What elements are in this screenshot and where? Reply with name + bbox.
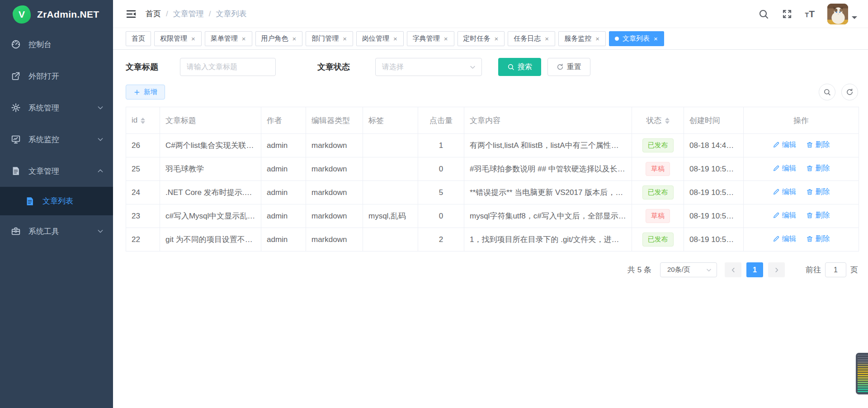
column-header-状态[interactable]: 状态 <box>632 107 684 134</box>
cell-actions: 编辑删除 <box>744 228 859 251</box>
sidebar-item-2[interactable]: 系统管理 <box>0 92 113 123</box>
close-icon[interactable]: × <box>595 35 600 42</box>
sidebar-item-5[interactable]: 系统工具 <box>0 215 113 247</box>
table-row: 25羽毛球教学adminmarkdown0#羽毛球拍参数说明 ## 中管软硬选择… <box>126 157 859 181</box>
tab-10[interactable]: 文章列表× <box>609 31 664 46</box>
sort-caret-icon[interactable] <box>141 118 145 124</box>
tab-0[interactable]: 首页 <box>126 31 151 46</box>
tab-3[interactable]: 用户角色× <box>255 31 303 46</box>
refresh-icon[interactable] <box>841 84 858 100</box>
tab-label: 服务监控 <box>564 34 591 43</box>
search-icon[interactable] <box>758 9 769 19</box>
navbar-actions: TT <box>758 4 857 24</box>
select-placeholder: 请选择 <box>382 62 404 72</box>
cell-status: 草稿 <box>632 157 684 181</box>
sidebar-item-1[interactable]: 外部打开 <box>0 60 113 92</box>
avatar[interactable] <box>827 4 848 24</box>
cell-id: 22 <box>126 228 160 251</box>
delete-button[interactable]: 删除 <box>806 211 830 220</box>
tab-6[interactable]: 字典管理× <box>407 31 454 46</box>
show-search-icon[interactable] <box>819 84 835 100</box>
text-size-icon[interactable]: TT <box>805 9 815 19</box>
tab-7[interactable]: 定时任务× <box>458 31 505 46</box>
prev-page-button[interactable] <box>725 262 741 277</box>
close-icon[interactable]: × <box>494 35 499 42</box>
delete-button[interactable]: 删除 <box>806 140 830 150</box>
active-dot-icon <box>615 37 619 41</box>
edit-button[interactable]: 编辑 <box>773 187 797 197</box>
cell-editor: markdown <box>306 157 363 181</box>
cell-actions: 编辑删除 <box>744 134 859 157</box>
tab-label: 字典管理 <box>413 34 440 43</box>
cell-content: mysql字符集utf8，c#写入中文后，全部显示成? ... <box>464 204 632 228</box>
sidebar-collapse-icon[interactable] <box>126 9 137 19</box>
cell-author: admin <box>261 134 306 157</box>
breadcrumb-home[interactable]: 首页 <box>146 9 161 19</box>
column-header-文章标题: 文章标题 <box>160 107 261 134</box>
document-icon <box>11 166 21 176</box>
tab-4[interactable]: 部门管理× <box>306 31 353 46</box>
edit-button[interactable]: 编辑 <box>773 140 797 150</box>
goto-page-input[interactable] <box>825 262 846 277</box>
article-status-select[interactable]: 请选择 <box>375 58 482 76</box>
tab-8[interactable]: 任务日志× <box>508 31 555 46</box>
fullscreen-icon[interactable] <box>782 9 793 19</box>
add-button[interactable]: 新增 <box>126 85 165 100</box>
close-icon[interactable]: × <box>653 35 658 42</box>
sidebar-item-4[interactable]: 文章管理 <box>0 155 113 187</box>
table-row: 26C#两个list集合实现关联，...adminmarkdown1有两个lis… <box>126 134 859 157</box>
user-menu[interactable] <box>827 4 857 24</box>
cell-content: #羽毛球拍参数说明 ## 中管软硬选择以及长度介... <box>464 157 632 181</box>
delete-button[interactable]: 删除 <box>806 234 830 244</box>
cell-id: 23 <box>126 204 160 228</box>
edit-button[interactable]: 编辑 <box>773 234 797 244</box>
cell-created: 08-19 10:51:22 <box>684 228 744 251</box>
close-icon[interactable]: × <box>443 35 448 42</box>
column-header-作者: 作者 <box>261 107 306 134</box>
close-icon[interactable]: × <box>241 35 246 42</box>
search-button[interactable]: 搜索 <box>498 58 541 76</box>
cell-id: 24 <box>126 181 160 204</box>
tab-label: 菜单管理 <box>211 34 238 43</box>
table-row: 24.NET Core 发布时提示.NET...adminmarkdown5**… <box>126 181 859 204</box>
tab-label: 首页 <box>132 34 145 43</box>
sidebar-item-3[interactable]: 系统监控 <box>0 123 113 155</box>
cell-tags: mysql,乱码 <box>363 204 418 228</box>
tab-2[interactable]: 菜单管理× <box>205 31 252 46</box>
chevron-down-icon[interactable] <box>852 16 857 22</box>
tab-1[interactable]: 权限管理× <box>154 31 202 46</box>
next-page-button[interactable] <box>768 262 785 277</box>
breadcrumb-article-management: 文章管理 <box>173 9 204 19</box>
close-icon[interactable]: × <box>544 35 549 42</box>
close-icon[interactable]: × <box>342 35 347 42</box>
column-header-创建时间: 创建时间 <box>684 107 744 134</box>
column-header-操作: 操作 <box>744 107 859 134</box>
sidebar-subitem-article-list[interactable]: 文章列表 <box>0 187 113 215</box>
article-title-input[interactable] <box>180 58 276 76</box>
articles-table: id文章标题作者编辑器类型标签点击量文章内容状态创建时间操作 26C#两个lis… <box>126 107 859 251</box>
cell-content: **错误提示** 当电脑更新 VS2017 版本后，如果... <box>464 181 632 204</box>
cell-id: 26 <box>126 134 160 157</box>
page-number-button[interactable]: 1 <box>746 262 763 277</box>
reset-button[interactable]: 重置 <box>547 58 590 76</box>
cell-status: 已发布 <box>632 228 684 251</box>
edit-button[interactable]: 编辑 <box>773 164 797 173</box>
cell-status: 草稿 <box>632 204 684 228</box>
delete-button[interactable]: 删除 <box>806 187 830 197</box>
close-icon[interactable]: × <box>191 35 196 42</box>
delete-button[interactable]: 删除 <box>806 164 830 173</box>
tab-5[interactable]: 岗位管理× <box>356 31 404 46</box>
cell-tags <box>363 157 418 181</box>
close-icon[interactable]: × <box>393 35 398 42</box>
tab-9[interactable]: 服务监控× <box>558 31 606 46</box>
sort-caret-icon[interactable] <box>665 118 670 124</box>
edit-button[interactable]: 编辑 <box>773 211 797 220</box>
sidebar-item-label: 系统管理 <box>28 103 59 113</box>
close-icon[interactable]: × <box>292 35 297 42</box>
sidebar-item-0[interactable]: 控制台 <box>0 28 113 60</box>
page-size-select[interactable]: 20条/页 <box>660 262 717 277</box>
cell-content: 有两个list,listA 和listB，listA中有三个属性列为St... <box>464 134 632 157</box>
chevron-down-icon <box>97 228 104 235</box>
mini-scroll-widget[interactable] <box>856 353 868 394</box>
column-header-id[interactable]: id <box>126 107 160 134</box>
